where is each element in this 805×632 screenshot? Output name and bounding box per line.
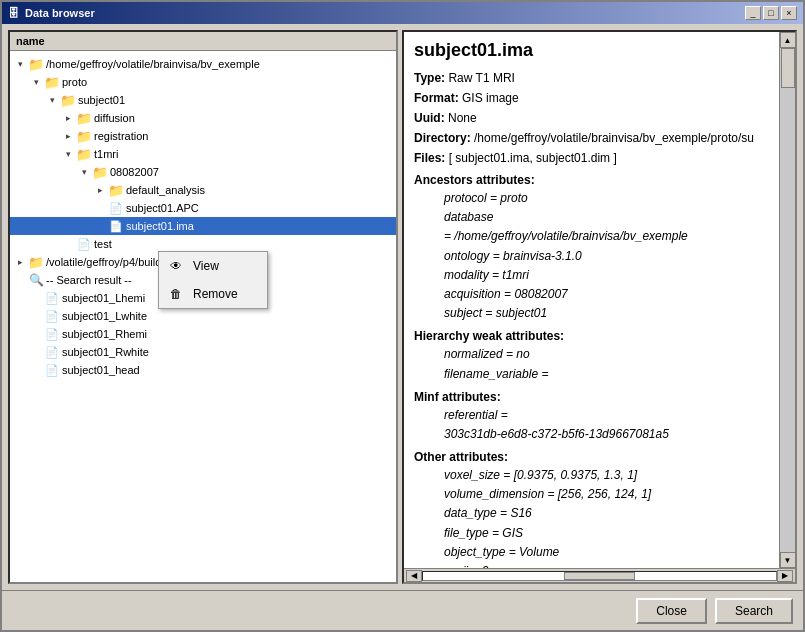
tree-label: -- Search result -- xyxy=(46,274,132,286)
tree-item-subject01-lwhite[interactable]: 📄 subject01_Lwhite xyxy=(10,307,396,325)
attr-modality: modality = t1mri xyxy=(414,266,769,285)
expander-subject01-apc xyxy=(92,200,108,216)
tree-item-default-analysis[interactable]: ▸ 📁 default_analysis xyxy=(10,181,396,199)
expander-rhemi xyxy=(28,326,44,342)
minimize-button[interactable]: _ xyxy=(745,6,761,20)
file-icon: 📄 xyxy=(44,344,60,360)
detail-format: Format: GIS image xyxy=(414,89,769,107)
bottom-bar: Close Search xyxy=(2,590,803,630)
folder-icon: 📁 xyxy=(76,110,92,126)
context-menu-view[interactable]: 👁 View xyxy=(159,252,267,280)
tree-label: subject01.APC xyxy=(126,202,199,214)
scroll-up-button[interactable]: ▲ xyxy=(780,32,796,48)
vertical-scrollbar[interactable]: ▲ ▼ xyxy=(779,32,795,568)
expander-proto[interactable]: ▾ xyxy=(28,74,44,90)
h-scroll-thumb[interactable] xyxy=(564,572,635,580)
tree-item-diffusion[interactable]: ▸ 📁 diffusion xyxy=(10,109,396,127)
data-browser-window: 🗄 Data browser _ □ × name ▾ 📁 /home/geff… xyxy=(0,0,805,632)
tree-item-subject01-ima[interactable]: 📄 subject01.ima xyxy=(10,217,396,235)
tree-item-registration[interactable]: ▸ 📁 registration xyxy=(10,127,396,145)
attr-referential: referential = xyxy=(414,406,769,425)
context-menu: 👁 View 🗑 Remove xyxy=(158,251,268,309)
tree-item-subject01-folder[interactable]: ▾ 📁 subject01 xyxy=(10,91,396,109)
tree-item-t1mri[interactable]: ▾ 📁 t1mri xyxy=(10,145,396,163)
folder-icon: 📁 xyxy=(28,254,44,270)
tree-item-08082007[interactable]: ▾ 📁 08082007 xyxy=(10,163,396,181)
ancestors-section: Ancestors attributes: xyxy=(414,173,769,187)
scroll-thumb[interactable] xyxy=(781,48,795,88)
right-panel: subject01.ima Type: Raw T1 MRI Format: G… xyxy=(402,30,797,584)
close-window-button[interactable]: × xyxy=(781,6,797,20)
tree-label: subject01.ima xyxy=(126,220,194,232)
file-icon: 📄 xyxy=(44,326,60,342)
attr-object-type: object_type = Volume xyxy=(414,543,769,562)
file-icon: 📄 xyxy=(76,236,92,252)
format-label: Format: xyxy=(414,91,462,105)
expander-t1mri[interactable]: ▾ xyxy=(60,146,76,162)
tree-label: test xyxy=(94,238,112,250)
horizontal-scrollbar[interactable]: ◀ ▶ xyxy=(404,568,795,582)
hierarchy-section: Hierarchy weak attributes: xyxy=(414,329,769,343)
file-icon: 📄 xyxy=(44,308,60,324)
expander-home-path[interactable]: ▾ xyxy=(12,56,28,72)
expander-registration[interactable]: ▸ xyxy=(60,128,76,144)
scroll-down-button[interactable]: ▼ xyxy=(780,552,796,568)
tree-label: /home/geffroy/volatile/brainvisa/bv_exem… xyxy=(46,58,260,70)
folder-icon: 📁 xyxy=(76,128,92,144)
expander-default-analysis[interactable]: ▸ xyxy=(92,182,108,198)
expander-subject01[interactable]: ▾ xyxy=(44,92,60,108)
context-menu-remove[interactable]: 🗑 Remove xyxy=(159,280,267,308)
format-value: GIS image xyxy=(462,91,519,105)
attr-subject: subject = subject01 xyxy=(414,304,769,323)
files-label: Files: xyxy=(414,151,449,165)
expander-subject01-ima xyxy=(92,218,108,234)
tree-label: subject01_Rwhite xyxy=(62,346,149,358)
detail-title: subject01.ima xyxy=(414,40,769,61)
folder-icon: 📁 xyxy=(60,92,76,108)
h-scroll-track[interactable] xyxy=(422,571,777,581)
expander-volatile[interactable]: ▸ xyxy=(12,254,28,270)
tree-label: proto xyxy=(62,76,87,88)
detail-files: Files: [ subject01.ima, subject01.dim ] xyxy=(414,149,769,167)
close-button[interactable]: Close xyxy=(636,598,707,624)
tree-item-subject01-rwhite[interactable]: 📄 subject01_Rwhite xyxy=(10,343,396,361)
expander-rwhite xyxy=(28,344,44,360)
tree-label: subject01_Lhemi xyxy=(62,292,145,304)
search-button[interactable]: Search xyxy=(715,598,793,624)
tree-item-subject01-rhemi[interactable]: 📄 subject01_Rhemi xyxy=(10,325,396,343)
tree-item-home-path[interactable]: ▾ 📁 /home/geffroy/volatile/brainvisa/bv_… xyxy=(10,55,396,73)
type-value: Raw T1 MRI xyxy=(448,71,514,85)
folder-icon: 📁 xyxy=(44,74,60,90)
maximize-button[interactable]: □ xyxy=(763,6,779,20)
attr-normalized: normalized = no xyxy=(414,345,769,364)
minf-section: Minf attributes: xyxy=(414,390,769,404)
tree-header: name xyxy=(10,32,396,51)
tree-item-subject01-head[interactable]: 📄 subject01_head xyxy=(10,361,396,379)
expander-head xyxy=(28,362,44,378)
attr-protocol: protocol = proto xyxy=(414,189,769,208)
tree-item-subject01-apc[interactable]: 📄 subject01.APC xyxy=(10,199,396,217)
attr-volume-dimension: volume_dimension = [256, 256, 124, 1] xyxy=(414,485,769,504)
attr-filename-variable: filename_variable = xyxy=(414,365,769,384)
file-icon: 📄 xyxy=(108,200,124,216)
tree-label: t1mri xyxy=(94,148,118,160)
tree-label: subject01 xyxy=(78,94,125,106)
file-icon: 📄 xyxy=(44,290,60,306)
tree-label: diffusion xyxy=(94,112,135,124)
tree-item-proto[interactable]: ▾ 📁 proto xyxy=(10,73,396,91)
attr-acquisition: acquisition = 08082007 xyxy=(414,285,769,304)
scroll-track[interactable] xyxy=(780,48,796,552)
expander-08082007[interactable]: ▾ xyxy=(76,164,92,180)
attr-database-value: = /home/geffroy/volatile/brainvisa/bv_ex… xyxy=(414,227,769,246)
scroll-left-button[interactable]: ◀ xyxy=(406,570,422,582)
expander-diffusion[interactable]: ▸ xyxy=(60,110,76,126)
detail-content: subject01.ima Type: Raw T1 MRI Format: G… xyxy=(404,32,779,568)
tree-label: subject01_Rhemi xyxy=(62,328,147,340)
file-icon: 📄 xyxy=(108,218,124,234)
directory-value: /home/geffroy/volatile/brainvisa/bv_exem… xyxy=(474,131,754,145)
title-bar-text: 🗄 Data browser xyxy=(8,7,95,19)
scroll-right-button[interactable]: ▶ xyxy=(777,570,793,582)
type-label: Type: xyxy=(414,71,448,85)
folder-icon: 📁 xyxy=(76,146,92,162)
tree-label: default_analysis xyxy=(126,184,205,196)
